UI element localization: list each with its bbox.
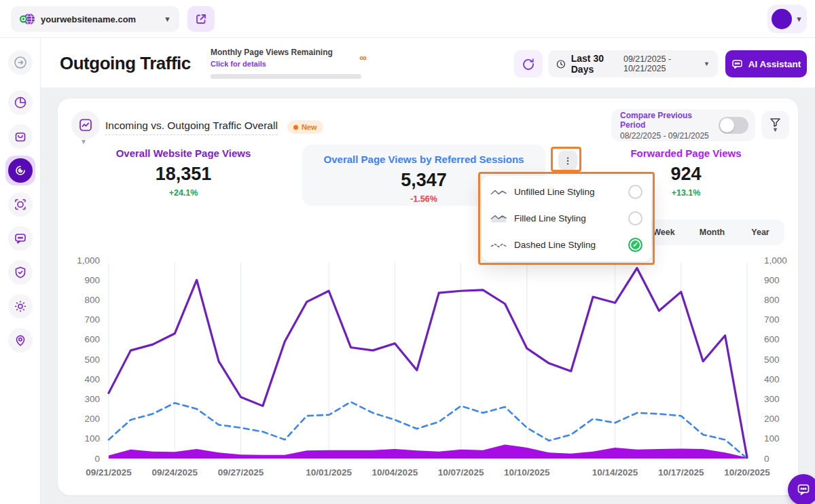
stat-delta: +24.1% [95,188,272,198]
compare-toggle[interactable] [719,117,748,134]
sidebar-item-locations[interactable] [8,328,33,353]
tab-year[interactable]: Year [736,228,784,237]
svg-text:300: 300 [84,394,100,404]
sidebar-item-analytics[interactable] [8,90,33,115]
card-title: Incoming vs. Outgoing Traffic Overall [105,120,278,135]
chevron-down-icon: ▼ [772,126,778,133]
page-header: Outgoing Traffic Monthly Page Views Rema… [41,38,815,88]
card-widget-button[interactable] [71,111,100,139]
dashboard: yourwebsitename.com ▼ ▼ [0,0,815,504]
radio[interactable] [628,185,642,199]
arrow-right-circle-icon [14,56,27,69]
svg-text:500: 500 [84,355,100,365]
site-selector[interactable]: yourwebsitename.com ▼ [11,6,179,32]
stat-label: Overall Website Page Views [95,147,272,159]
traffic-card: ▼ Incoming vs. Outgoing Traffic Overall … [58,98,798,495]
shield-check-icon [14,266,27,279]
location-pin-icon [14,334,27,347]
sidebar-item-collapse[interactable] [8,50,33,75]
svg-text:10/14/2025: 10/14/2025 [592,467,638,478]
line-chart-icon [78,118,93,132]
svg-text:400: 400 [764,374,780,384]
svg-text:10/04/2025: 10/04/2025 [372,467,418,478]
refresh-button[interactable] [514,50,543,77]
ai-assistant-button[interactable]: AI Assistant [725,50,807,77]
chevron-down-icon: ▼ [164,15,171,23]
stat-label: Forwarded Page Views [618,147,754,159]
svg-text:800: 800 [764,295,780,305]
svg-text:10/20/2025: 10/20/2025 [724,467,770,478]
unfilled-line-icon [490,187,509,197]
focus-scan-icon [14,198,27,211]
site-globe-icon [19,12,37,26]
svg-text:400: 400 [84,374,100,384]
radio[interactable] [628,211,642,226]
ai-chat-icon [731,58,743,70]
chevron-down-icon: ▼ [795,15,803,23]
external-link-button[interactable] [187,6,215,32]
new-badge: New [287,120,323,134]
sidebar-item-security[interactable] [8,260,33,285]
avatar [772,9,792,29]
account-menu[interactable]: ▼ [767,5,807,33]
svg-text:09/21/2025: 09/21/2025 [86,467,132,478]
svg-text:500: 500 [764,355,780,365]
chevron-down-icon: ▼ [704,60,710,67]
kebab-icon: ⋮ [564,156,573,166]
filter-button[interactable]: ▼ [761,111,789,139]
radio[interactable] [628,238,642,252]
chevron-down-icon[interactable]: ▼ [80,138,87,145]
compare-label: Compare Previous Period [620,111,719,130]
chart-options-button[interactable]: ⋮ [558,151,577,170]
stat-value: 18,351 [95,164,272,185]
sidebar-item-store[interactable] [8,124,33,149]
external-link-icon [195,13,207,25]
svg-text:600: 600 [84,334,100,344]
svg-text:100: 100 [84,433,100,444]
quota-progress-bar [211,74,361,79]
svg-text:10/17/2025: 10/17/2025 [658,467,704,478]
svg-text:10/01/2025: 10/01/2025 [306,467,352,478]
topbar: yourwebsitename.com ▼ ▼ [0,0,815,38]
svg-text:09/24/2025: 09/24/2025 [151,467,198,478]
support-chat-button[interactable] [788,474,815,504]
sidebar-item-traffic-active[interactable] [5,156,35,185]
sidebar-item-settings[interactable] [8,294,33,319]
toggle-knob [720,118,734,132]
svg-text:09/27/2025: 09/27/2025 [218,467,264,478]
sidebar-item-messages[interactable] [8,226,33,251]
svg-text:700: 700 [84,314,100,325]
sidebar-item-capture[interactable] [8,192,33,217]
svg-text:200: 200 [764,414,780,424]
svg-text:900: 900 [84,275,100,285]
radar-icon [8,158,33,183]
menu-item-dashed-line-styling[interactable]: Dashed Line Styling [482,232,651,258]
shopping-bag-icon [14,130,27,143]
tab-month[interactable]: Month [688,228,736,237]
period-tabs: Week Month Year [640,219,784,245]
svg-text:10/07/2025: 10/07/2025 [438,467,484,478]
menu-item-filled-line-styling[interactable]: Filled Line Styling [482,205,651,232]
date-range-picker[interactable]: Last 30 Days 09/21/2025 - 10/21/2025 ▼ [548,50,718,77]
site-name: yourwebsitename.com [41,14,164,24]
date-range-label: Last 30 Days [571,53,618,75]
svg-text:800: 800 [84,295,100,305]
svg-text:700: 700 [764,314,780,325]
ai-assistant-label: AI Assistant [748,59,801,69]
compare-previous-period: Compare Previous Period 08/22/2025 - 09/… [611,109,755,141]
chat-bubble-icon [796,482,811,497]
compare-dates: 08/22/2025 - 09/21/2025 [620,131,719,141]
svg-text:600: 600 [764,334,780,344]
stat-overall-page-views: Overall Website Page Views 18,351 +24.1% [95,147,272,198]
dashed-line-icon [490,240,509,250]
traffic-line-chart: 09/21/202509/24/202509/27/202510/01/2025… [58,251,798,486]
infinity-icon: ∞ [359,52,367,63]
svg-text:1,000: 1,000 [764,255,787,266]
refresh-icon [522,58,535,70]
chat-bubble-icon [14,232,27,245]
quota-details-link[interactable]: Click for details [211,60,266,68]
svg-text:300: 300 [764,394,780,404]
clock-icon [556,58,566,70]
menu-item-unfilled-line-styling[interactable]: Unfilled Line Styling [482,179,651,205]
gear-icon [14,300,27,313]
